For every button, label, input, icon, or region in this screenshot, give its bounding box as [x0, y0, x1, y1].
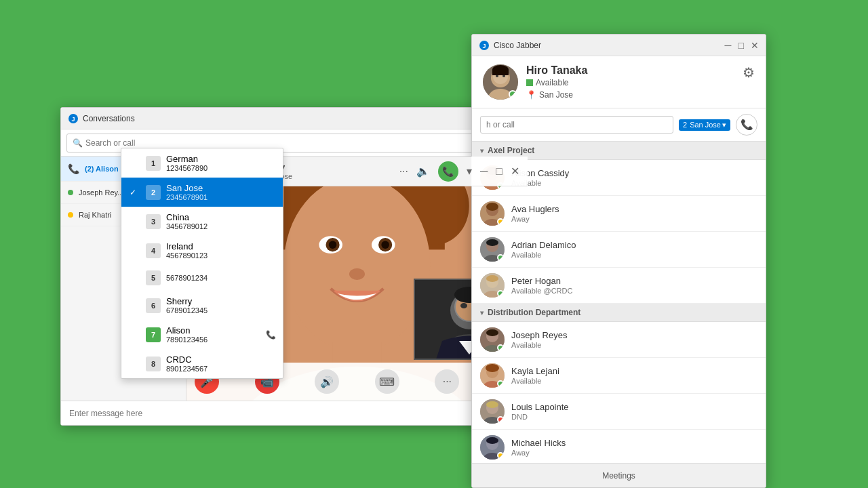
contact-item-adrian[interactable]: Adrian Delamico Available: [472, 232, 766, 268]
search-icon: 🔍: [73, 138, 83, 148]
volume-button[interactable]: 🔈: [416, 165, 430, 178]
profile-name: Hiro Tanaka: [526, 64, 734, 77]
conv-item-joseph-text: Joseph Rey...: [79, 188, 123, 197]
keypad-button[interactable]: ⌨: [375, 369, 399, 394]
meetings-tab[interactable]: Meetings: [472, 463, 766, 487]
svg-point-72: [486, 437, 498, 444]
jabber-minimize-button[interactable]: ─: [725, 40, 732, 51]
dropdown-item-ireland[interactable]: 4 Ireland 4567890123: [121, 236, 283, 265]
svg-point-52: [486, 239, 498, 246]
dropdown-item-5[interactable]: 5 5678901234: [121, 265, 283, 291]
jabber-call-button[interactable]: 📞: [736, 114, 757, 136]
group-distribution[interactable]: ▾ Distribution Department: [472, 304, 766, 322]
profile-location: 📍 San Jose: [526, 90, 734, 100]
num-6: 6: [146, 298, 161, 313]
num-4: 4: [146, 243, 161, 258]
dropdown-item-alison-dd[interactable]: 7 Alison 7890123456 📞: [121, 320, 283, 349]
svg-point-60: [486, 329, 498, 336]
contact-item-kayla[interactable]: Kayla Lejani Available: [472, 358, 766, 394]
jabber-num-badge[interactable]: 2 San Jose ▾: [679, 119, 730, 131]
profile-location-text: San Jose: [539, 90, 573, 100]
end-call-header-button[interactable]: 📞: [438, 161, 458, 182]
close-call-button[interactable]: ✕: [511, 165, 519, 178]
peter-status: Available @CRDC: [511, 287, 757, 295]
svg-text:J: J: [482, 43, 486, 49]
group-chevron-icon: ▾: [480, 147, 484, 155]
svg-point-48: [486, 203, 498, 211]
peter-status-dot: [497, 290, 504, 297]
contact-item-ava-huglers[interactable]: Ava Huglers Away: [472, 196, 766, 232]
kayla-status: Available: [511, 377, 757, 385]
speaker-button[interactable]: 🔊: [315, 369, 339, 394]
michael-avatar: [480, 435, 505, 460]
maximize-call-button[interactable]: □: [496, 165, 502, 178]
group-distribution-label: Distribution Department: [488, 308, 580, 317]
dropdown-arrow[interactable]: ▾: [467, 165, 472, 178]
num-8: 8: [146, 357, 161, 371]
settings-button[interactable]: ⚙: [743, 64, 755, 81]
jabber-icon: J: [68, 113, 79, 124]
status-indicator: [526, 79, 533, 86]
jabber-window: J Cisco Jabber ─ □ ✕: [471, 34, 766, 488]
crdc-number: 8901234567: [166, 365, 275, 373]
jabber-title: Cisco Jabber: [494, 41, 725, 50]
status-dot-away: [68, 212, 73, 218]
num5-info: 5678901234: [166, 274, 275, 282]
alison-dd-number: 7890123456: [166, 336, 275, 344]
adrian-name: Adrian Delamico: [511, 240, 757, 250]
china-number: 3456789012: [166, 222, 275, 230]
crdc-info: CRDC 8901234567: [166, 354, 275, 373]
more-button[interactable]: ···: [435, 369, 459, 394]
ava-huglers-status: Away: [511, 215, 757, 223]
num-1: 1: [146, 156, 161, 171]
dropdown-item-china[interactable]: 3 China 3456789012: [121, 207, 283, 236]
dropdown-item-crdc[interactable]: 8 CRDC 8901234567: [121, 349, 283, 378]
more-options-button[interactable]: ···: [399, 165, 408, 178]
dropdown-item-german[interactable]: 1 German 1234567890: [121, 148, 283, 178]
kayla-status-dot: [497, 380, 504, 387]
ireland-name: Ireland: [166, 241, 275, 251]
louis-name: Louis Lapointe: [511, 402, 757, 412]
kayla-name: Kayla Lejani: [511, 366, 757, 376]
message-input[interactable]: [69, 409, 519, 418]
dropdown-item-sherry[interactable]: 6 Sherry 6789012345: [121, 291, 283, 320]
adrian-status-dot: [497, 254, 504, 261]
profile-status-text: Available: [536, 78, 568, 87]
meetings-label: Meetings: [602, 471, 635, 481]
jabber-titlebar: J Cisco Jabber ─ □ ✕: [472, 35, 766, 56]
china-name: China: [166, 212, 275, 222]
active-call-icon: 📞: [266, 330, 276, 340]
ava-huglers-name: Ava Huglers: [511, 204, 757, 214]
svg-point-64: [486, 364, 499, 372]
minimize-call-button[interactable]: ─: [480, 165, 488, 178]
group-dist-chevron-icon: ▾: [480, 309, 484, 317]
svg-point-18: [329, 241, 336, 248]
dropdown-item-sanjose[interactable]: ✓ 2 San Jose 2345678901: [121, 178, 283, 207]
contact-item-louis[interactable]: Louis Lapointe DND: [472, 394, 766, 430]
alison-cassidy-status: Available: [511, 179, 757, 187]
alison-dd-info: Alison 7890123456: [166, 325, 275, 344]
location-dropdown: 1 German 1234567890 ✓ 2 San Jose 2345678…: [121, 148, 283, 379]
alison-cassidy-info: Alison Cassidy Available: [511, 168, 757, 187]
joseph-reyes-status-dot: [497, 344, 504, 351]
jabber-search-input[interactable]: [480, 116, 673, 134]
alison-cassidy-name: Alison Cassidy: [511, 168, 757, 178]
ireland-info: Ireland 4567890123: [166, 241, 275, 260]
contact-item-joseph-reyes[interactable]: Joseph Reyes Available: [472, 322, 766, 358]
peter-avatar: [480, 273, 505, 298]
michael-status: Away: [511, 449, 757, 457]
sherry-info: Sherry 6789012345: [166, 296, 275, 314]
jabber-search-bar: 2 San Jose ▾ 📞: [472, 108, 766, 142]
search-input[interactable]: [85, 138, 473, 148]
contact-item-michael[interactable]: Michael Hicks Away: [472, 430, 766, 463]
contact-item-peter[interactable]: Peter Hogan Available @CRDC: [472, 268, 766, 304]
svg-point-56: [486, 275, 498, 282]
german-name: German: [166, 154, 275, 164]
jabber-close-button[interactable]: ✕: [751, 40, 759, 51]
joseph-reyes-status: Available: [511, 341, 757, 349]
sanjose-info: San Jose 2345678901: [166, 183, 275, 201]
sherry-number: 6789012345: [166, 306, 275, 314]
jabber-maximize-button[interactable]: □: [738, 40, 744, 51]
jabber-profile: Hiro Tanaka Available 📍 San Jose ⚙: [472, 56, 766, 108]
joseph-reyes-avatar: [480, 327, 505, 352]
